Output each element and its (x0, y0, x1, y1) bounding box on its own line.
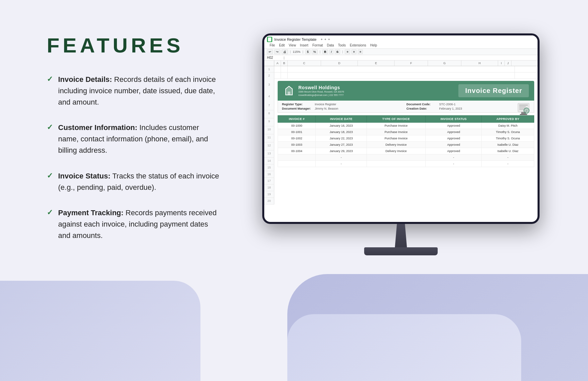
invoice-title: Invoice Register (465, 87, 522, 94)
stamp-icon: ✓ (517, 103, 530, 117)
sheets-menu-bar: File Edit View Insert Format Data Tools … (267, 43, 535, 48)
toolbar-italic[interactable]: I (329, 49, 334, 54)
sheets-icon-inner (268, 37, 271, 41)
features-title: FEATURES (47, 33, 220, 57)
rownum-7: 7 (264, 102, 274, 110)
td-inv-num-2: 00-1002 (278, 135, 316, 142)
toolbar-align-left[interactable]: ≡ (345, 49, 350, 54)
toolbar-percent[interactable]: % (312, 49, 318, 54)
sheets-toolbar: ↩ ↪ 🖨 | 115% | $ % | B I S | (264, 49, 538, 55)
row-8: 8 (264, 110, 274, 118)
row-3: 3 (264, 79, 274, 91)
rownum-16: 16 (264, 171, 274, 177)
cell-1c-span[interactable] (288, 66, 515, 72)
rownum-17: 17 (264, 178, 274, 184)
menu-edit[interactable]: Edit (279, 43, 285, 47)
monitor-section: Invoice Register Template ✦ ✦ ✦ File Edi… (247, 27, 555, 255)
feature-text-4: Payment Tracking: Records payments recei… (58, 207, 220, 241)
td-type-4: Delivery Invoice (367, 148, 426, 154)
td-empty-1a (278, 154, 316, 161)
toolbar-strikethrough[interactable]: S (335, 49, 340, 54)
menu-insert[interactable]: Insert (300, 43, 308, 47)
svg-rect-6 (519, 106, 526, 107)
td-empty-2c (367, 161, 426, 167)
cell-reference[interactable]: H02 (267, 56, 280, 59)
menu-extensions[interactable]: Extensions (350, 43, 366, 47)
rownum-1: 1 (264, 66, 274, 72)
cell-2a[interactable] (274, 73, 281, 79)
toolbar-align-right[interactable]: ≡ (358, 49, 363, 54)
col-a: A (274, 60, 281, 66)
formula-bar: H02 | (264, 55, 538, 60)
td-approved-2: Timothy S. Ocuna (482, 135, 534, 142)
menu-tools[interactable]: Tools (338, 43, 346, 47)
invoice-merged-cell: Roswell Holdings 3366 Mount Olive Road, … (274, 79, 538, 205)
row-19: 19 (264, 191, 274, 198)
td-type-2: Purchase Invoice (367, 135, 426, 142)
toolbar-redo[interactable]: ↪ (274, 49, 280, 54)
td-empty-1c (367, 154, 426, 161)
toolbar-align-center[interactable]: ≡ (351, 49, 356, 54)
toolbar-currency[interactable]: $ (305, 49, 310, 54)
th-invoice-status: INVOICE STATUS (425, 116, 481, 123)
monitor-screen: Invoice Register Template ✦ ✦ ✦ File Edi… (262, 33, 540, 224)
feature-text-3: Invoice Status: Tracks the status of eac… (58, 170, 220, 193)
row-numbers-block: 3 4 7 (264, 79, 274, 205)
company-logo (283, 85, 295, 97)
cell-1a[interactable] (274, 66, 281, 72)
main-container: FEATURES ✓ Invoice Details: Records deta… (0, 0, 588, 381)
header-rows: 3 4 (264, 79, 274, 102)
menu-file[interactable]: File (270, 43, 275, 47)
menu-format[interactable]: Format (312, 43, 323, 47)
td-inv-num-1: 00-1001 (278, 129, 316, 135)
creation-date-value: February 1, 2023 (439, 107, 462, 110)
check-icon-3: ✓ (47, 171, 53, 180)
invoice-content-wrapper: 3 4 7 (264, 79, 538, 205)
cell-1b[interactable] (281, 66, 288, 72)
register-type-row: Register Type: Invoice Register (282, 103, 406, 106)
td-inv-num-0: 00-1000 (278, 123, 316, 129)
td-status-2: Approved (425, 135, 481, 142)
rownum-12: 12 (264, 142, 274, 150)
col-i: I (498, 60, 505, 66)
svg-rect-2 (288, 92, 290, 95)
td-inv-num-4: 00-1004 (278, 148, 316, 154)
monitor-wrapper: Invoice Register Template ✦ ✦ ✦ File Edi… (262, 33, 540, 255)
rownum-11: 11 (264, 134, 274, 142)
td-empty-2e: - (482, 161, 534, 167)
col-headers: A B C D E F G H I J (264, 60, 538, 66)
cell-2b[interactable] (281, 73, 288, 79)
row-20: 20 (264, 198, 274, 205)
cell-2c-span[interactable] (288, 73, 515, 79)
menu-help[interactable]: Help (370, 43, 377, 47)
row-17: 17 (264, 178, 274, 184)
check-icon-1: ✓ (47, 75, 53, 84)
table-row: 00-1004 January 29, 2023 Delivery Invoic… (278, 148, 534, 154)
td-inv-date-4: January 29, 2023 (316, 148, 367, 154)
row-15: 15 (264, 164, 274, 171)
toolbar-bold[interactable]: B (322, 49, 328, 54)
menu-data[interactable]: Data (327, 43, 334, 47)
th-type-of-invoice: TYPE OF INVOICE (367, 116, 426, 123)
th-invoice-date: INVOICE DATE (316, 116, 367, 123)
sheets-filename: Invoice Register Template (274, 37, 316, 41)
svg-rect-5 (519, 105, 528, 106)
document-code-value: STC-2006-1 (439, 103, 456, 106)
col-j: J (505, 60, 511, 66)
rownum-14: 14 (264, 158, 274, 164)
menu-view[interactable]: View (289, 43, 296, 47)
toolbar-undo[interactable]: ↩ (267, 49, 273, 54)
td-status-4: Approved (425, 148, 481, 154)
feature-bold-3: Invoice Status: (58, 172, 110, 180)
row-9: 9 (264, 118, 274, 126)
toolbar-print[interactable]: 🖨 (282, 49, 288, 54)
feature-bold-2: Customer Information: (58, 123, 137, 132)
feature-bold-4: Payment Tracking: (58, 209, 124, 217)
spreadsheet-area: A B C D E F G H I J (264, 60, 538, 205)
row-16: 16 (264, 171, 274, 178)
zoom-indicator: 115% (293, 50, 300, 53)
document-code-label: Document Code: (407, 103, 437, 106)
sheets-title-row: Invoice Register Template ✦ ✦ ✦ (267, 37, 535, 42)
register-type-label: Register Type: (282, 103, 312, 106)
document-manager-row: Document Manager: Jimmy N. Beason (282, 107, 406, 110)
